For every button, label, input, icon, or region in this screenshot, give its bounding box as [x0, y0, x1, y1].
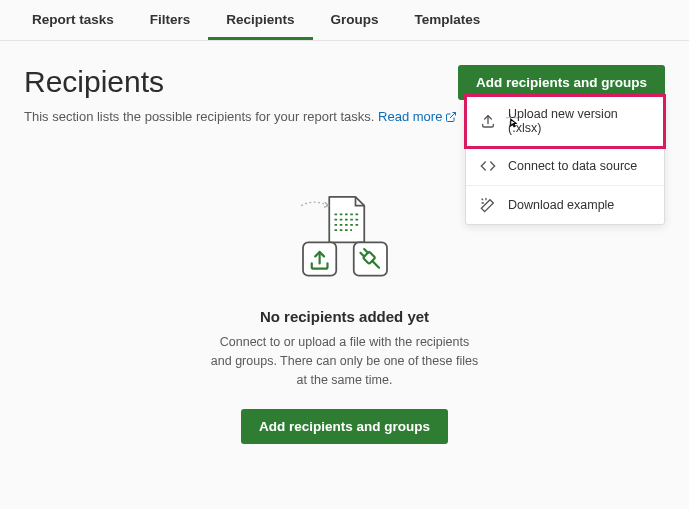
dropdown-connect[interactable]: Connect to data source: [466, 147, 664, 186]
upload-icon: [480, 113, 496, 129]
empty-title: No recipients added yet: [24, 308, 665, 325]
dropdown-item-label: Download example: [508, 198, 614, 212]
dropdown-item-label: Connect to data source: [508, 159, 637, 173]
page-description: This section lists the possible recipien…: [24, 109, 457, 124]
wand-icon: [480, 197, 496, 213]
dropdown-download[interactable]: Download example: [466, 186, 664, 224]
dropdown-item-label: Upload new version (.xlsx): [508, 107, 650, 135]
tab-templates[interactable]: Templates: [397, 0, 499, 40]
empty-text: Connect to or upload a file with the rec…: [205, 333, 485, 389]
add-recipients-button-empty[interactable]: Add recipients and groups: [241, 409, 448, 444]
dropdown-upload[interactable]: Upload new version (.xlsx): [466, 96, 664, 147]
cursor-icon: [504, 111, 522, 129]
tab-groups[interactable]: Groups: [313, 0, 397, 40]
empty-state: No recipients added yet Connect to or up…: [24, 188, 665, 444]
tab-filters[interactable]: Filters: [132, 0, 209, 40]
external-link-icon: [445, 111, 457, 123]
tab-report-tasks[interactable]: Report tasks: [14, 0, 132, 40]
dropdown-menu: Upload new version (.xlsx) Connect to da…: [465, 95, 665, 225]
tab-recipients[interactable]: Recipients: [208, 0, 312, 40]
code-icon: [480, 158, 496, 174]
empty-illustration-icon: [275, 188, 415, 288]
read-more-link[interactable]: Read more: [378, 109, 457, 124]
page-title: Recipients: [24, 65, 457, 99]
tabs: Report tasks Filters Recipients Groups T…: [0, 0, 689, 41]
